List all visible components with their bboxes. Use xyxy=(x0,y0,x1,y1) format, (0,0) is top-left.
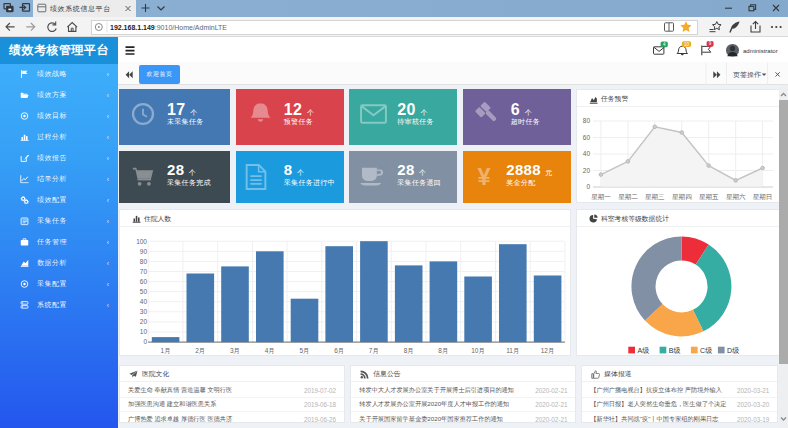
svg-text:10: 10 xyxy=(140,328,148,335)
svg-text:B级: B级 xyxy=(669,346,681,353)
svg-text:40: 40 xyxy=(583,150,591,157)
svg-text:8月: 8月 xyxy=(404,347,414,355)
svg-text:5月: 5月 xyxy=(299,347,309,355)
svg-text:10月: 10月 xyxy=(471,347,485,355)
svg-text:12月: 12月 xyxy=(541,347,555,355)
svg-text:星期日: 星期日 xyxy=(753,193,773,200)
svg-text:7月: 7月 xyxy=(369,347,379,355)
svg-text:星期五: 星期五 xyxy=(699,193,719,200)
svg-text:1月: 1月 xyxy=(161,347,171,355)
svg-text:60: 60 xyxy=(140,277,148,284)
svg-text:0: 0 xyxy=(143,338,147,345)
svg-text:星期四: 星期四 xyxy=(672,193,692,200)
svg-text:页签操作: 页签操作 xyxy=(733,71,761,79)
svg-text:40: 40 xyxy=(140,298,148,305)
svg-text:30: 30 xyxy=(140,308,148,315)
svg-text:A级: A级 xyxy=(638,346,650,353)
svg-text:11月: 11月 xyxy=(506,347,519,355)
svg-text:星期六: 星期六 xyxy=(726,193,746,200)
svg-text:administrator: administrator xyxy=(743,48,778,54)
svg-text:80: 80 xyxy=(583,117,591,124)
svg-text:100: 100 xyxy=(136,237,147,244)
svg-text:2月: 2月 xyxy=(195,347,205,355)
svg-text:D级: D级 xyxy=(727,346,739,353)
svg-text:20: 20 xyxy=(583,167,591,174)
svg-text:C级: C级 xyxy=(700,346,712,353)
svg-text:4月: 4月 xyxy=(265,347,275,355)
svg-text:90: 90 xyxy=(140,247,148,254)
svg-text:星期三: 星期三 xyxy=(645,193,665,200)
svg-text:70: 70 xyxy=(140,267,148,274)
svg-text:80: 80 xyxy=(140,257,148,264)
svg-text:50: 50 xyxy=(140,287,148,294)
svg-text:星期二: 星期二 xyxy=(618,193,638,200)
svg-text:8月: 8月 xyxy=(438,347,448,355)
svg-text:60: 60 xyxy=(583,134,591,141)
svg-text:星期一: 星期一 xyxy=(591,193,611,200)
svg-text:10: 10 xyxy=(684,42,690,47)
svg-text:20: 20 xyxy=(140,318,148,325)
svg-text:0: 0 xyxy=(586,183,590,190)
svg-text:3月: 3月 xyxy=(230,347,240,355)
svg-text:¥: ¥ xyxy=(477,164,490,190)
svg-text:6月: 6月 xyxy=(334,347,344,355)
